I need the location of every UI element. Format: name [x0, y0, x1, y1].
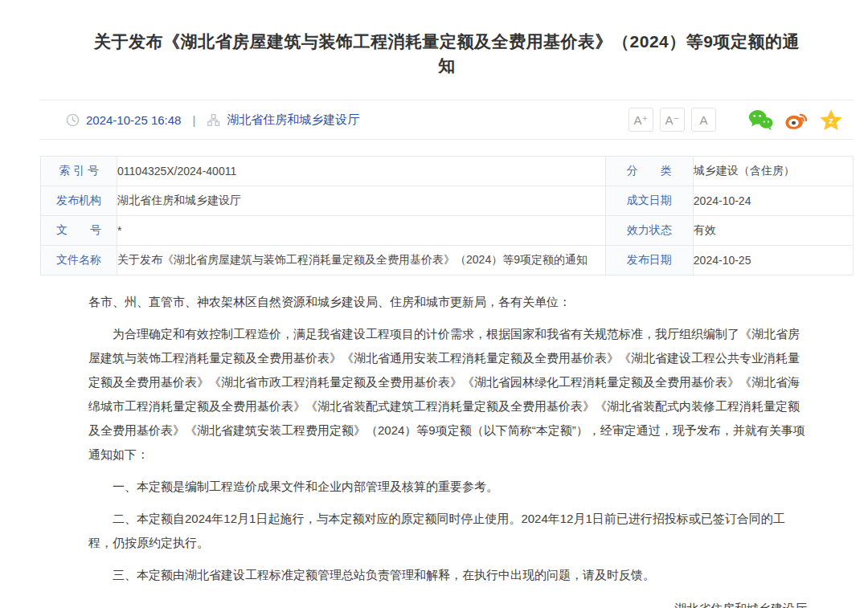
- publish-date-label: 发布日期: [605, 246, 693, 275]
- doc-number-label: 文 号: [41, 216, 117, 246]
- qzone-share-icon[interactable]: z: [820, 109, 842, 131]
- document-info-table: 索 引 号 01104325X/2024-40011 分 类 城乡建设（含住房）…: [40, 156, 854, 275]
- validity-status-label: 效力状态: [605, 216, 693, 246]
- written-date-value: 2024-10-24: [693, 186, 853, 216]
- publish-date-value: 2024-10-25: [693, 246, 853, 275]
- weibo-share-icon[interactable]: [784, 109, 809, 130]
- doc-title-value: 关于发布《湖北省房屋建筑与装饰工程消耗量定额及全费用基价表》（2024）等9项定…: [117, 246, 606, 275]
- paragraph: 一、本定额是编制工程造价成果文件和企业内部管理及核算的重要参考。: [88, 475, 807, 499]
- paragraph: 二、本定额自2024年12月1日起施行，与本定额对应的原定额同时停止使用。202…: [88, 507, 807, 555]
- table-row: 索 引 号 01104325X/2024-40011 分 类 城乡建设（含住房）: [41, 157, 854, 186]
- source-agency-link[interactable]: 湖北省住房和城乡建设厅: [227, 112, 359, 128]
- svg-text:z: z: [829, 116, 833, 125]
- page-title: 关于发布《湖北省房屋建筑与装饰工程消耗量定额及全费用基价表》（2024）等9项定…: [40, 0, 854, 78]
- meta-separator: |: [192, 113, 195, 127]
- meta-left: 2024-10-25 16:48 | 湖北省住房和城乡建设厅: [66, 112, 359, 128]
- paragraph: 为合理确定和有效控制工程造价，满足我省建设工程项目的计价需求，根据国家和我省有关…: [88, 322, 807, 467]
- publish-datetime: 2024-10-25 16:48: [86, 113, 181, 127]
- category-label: 分 类: [605, 157, 693, 186]
- organization-icon: [207, 113, 220, 127]
- paragraph: 三、本定额由湖北省建设工程标准定额管理总站负责管理和解释，在执行中出现的问题，请…: [88, 563, 807, 587]
- wechat-share-icon[interactable]: [748, 109, 773, 130]
- issuing-agency-label: 发布机构: [41, 186, 117, 216]
- index-number-label: 索 引 号: [41, 157, 117, 186]
- meta-right: A⁺ A⁻ A: [622, 108, 842, 132]
- document-body: 各市、州、直管市、神农架林区自然资源和城乡建设局、住房和城市更新局，各有关单位：…: [40, 275, 854, 608]
- issuing-agency-value: 湖北省住房和城乡建设厅: [117, 186, 606, 216]
- share-group: z: [737, 109, 842, 131]
- doc-number-value: *: [117, 216, 606, 246]
- font-smaller-button[interactable]: A⁻: [660, 108, 685, 132]
- table-row: 文 号 * 效力状态 有效: [41, 216, 854, 246]
- written-date-label: 成文日期: [605, 186, 693, 216]
- meta-bar: 2024-10-25 16:48 | 湖北省住房和城乡建设厅 A⁺ A⁻ A: [40, 100, 854, 140]
- signature-agency: 湖北省住房和城乡建设厅: [88, 597, 807, 608]
- font-reset-button[interactable]: A: [691, 108, 716, 132]
- table-row: 发布机构 湖北省住房和城乡建设厅 成文日期 2024-10-24: [41, 186, 854, 216]
- salutation: 各市、州、直管市、神农架林区自然资源和城乡建设局、住房和城市更新局，各有关单位：: [88, 290, 807, 314]
- font-larger-button[interactable]: A⁺: [628, 108, 653, 132]
- clock-icon: [66, 113, 80, 127]
- doc-title-label: 文件名称: [41, 246, 117, 275]
- validity-status-value: 有效: [693, 216, 853, 246]
- table-row: 文件名称 关于发布《湖北省房屋建筑与装饰工程消耗量定额及全费用基价表》（2024…: [41, 246, 854, 275]
- document-page: 关于发布《湖北省房屋建筑与装饰工程消耗量定额及全费用基价表》（2024）等9项定…: [0, 0, 868, 608]
- index-number-value: 01104325X/2024-40011: [117, 157, 606, 186]
- category-value: 城乡建设（含住房）: [693, 157, 853, 186]
